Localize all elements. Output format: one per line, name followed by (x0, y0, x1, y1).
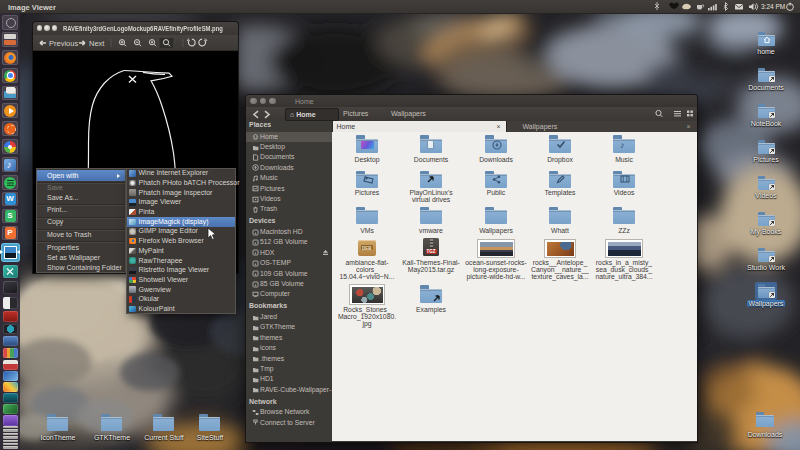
svg-text:Next: Next (89, 39, 105, 48)
svg-text:Previous: Previous (49, 39, 78, 48)
